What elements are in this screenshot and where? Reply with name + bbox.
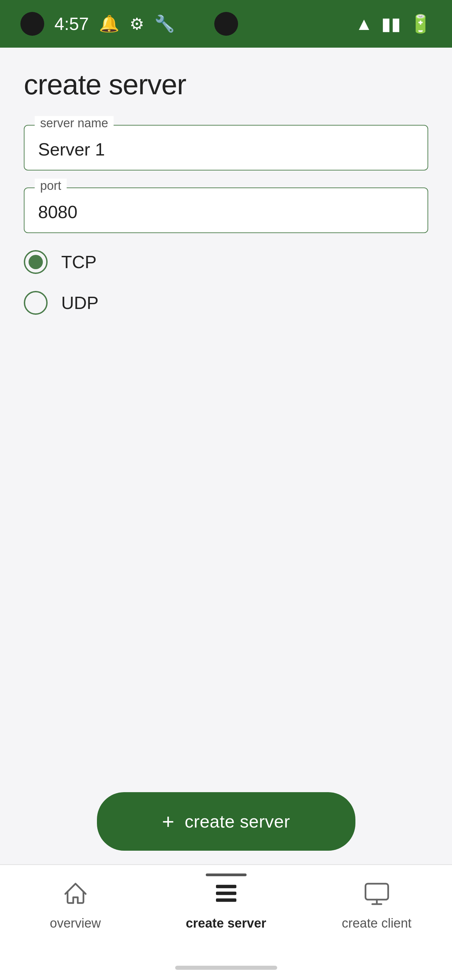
port-field: port	[24, 188, 428, 233]
udp-radio-outer	[24, 291, 48, 315]
udp-label: UDP	[61, 293, 98, 313]
status-circle-left	[21, 12, 44, 36]
svg-rect-3	[365, 884, 388, 900]
nav-overview-label: overview	[50, 916, 101, 931]
home-icon	[60, 878, 91, 909]
nav-item-overview[interactable]: overview	[0, 878, 151, 931]
create-server-button-label: create server	[185, 811, 290, 832]
status-bar: 4:57 🔔 ⚙ 🔧 ▲ ▮▮ 🔋	[0, 0, 452, 48]
signal-icon: ▮▮	[381, 14, 401, 34]
svg-rect-0	[216, 885, 236, 888]
gesture-bar	[175, 966, 277, 970]
settings-icon: ⚙	[130, 14, 144, 33]
tcp-label: TCP	[61, 252, 97, 272]
status-bar-left: 4:57 🔔 ⚙ 🔧	[21, 12, 175, 36]
plus-icon: +	[162, 811, 174, 832]
server-name-label: server name	[35, 116, 114, 130]
list-icon	[211, 878, 241, 909]
wifi-icon: ▲	[355, 14, 373, 34]
battery-icon: 🔋	[409, 14, 431, 34]
server-name-input[interactable]	[38, 139, 414, 159]
svg-rect-1	[216, 891, 236, 895]
svg-rect-2	[216, 898, 236, 902]
status-time: 4:57	[54, 14, 89, 34]
notification-icon: 🔔	[99, 14, 119, 33]
bottom-nav: overview create server create client	[0, 864, 452, 980]
port-input[interactable]	[38, 202, 414, 222]
nav-create-client-label: create client	[342, 916, 412, 931]
udp-radio-item[interactable]: UDP	[24, 291, 428, 315]
page-title: create server	[0, 48, 452, 115]
nav-item-create-client[interactable]: create client	[301, 878, 452, 931]
create-server-button-wrap: + create server	[97, 792, 355, 851]
server-name-field: server name	[24, 125, 428, 170]
tcp-radio-item[interactable]: TCP	[24, 250, 428, 274]
status-bar-right: ▲ ▮▮ 🔋	[355, 14, 431, 34]
tcp-radio-inner	[29, 255, 43, 269]
protocol-radio-group: TCP UDP	[24, 250, 428, 315]
tools-icon: 🔧	[154, 14, 175, 33]
port-label: port	[35, 179, 67, 193]
tcp-radio-outer	[24, 250, 48, 274]
create-server-button[interactable]: + create server	[97, 792, 355, 851]
status-circle-center	[214, 12, 238, 36]
form-area: server name port TCP UDP	[0, 115, 452, 342]
nav-create-server-label: create server	[186, 916, 266, 931]
monitor-icon	[362, 878, 392, 909]
nav-item-create-server[interactable]: create server	[151, 878, 301, 931]
